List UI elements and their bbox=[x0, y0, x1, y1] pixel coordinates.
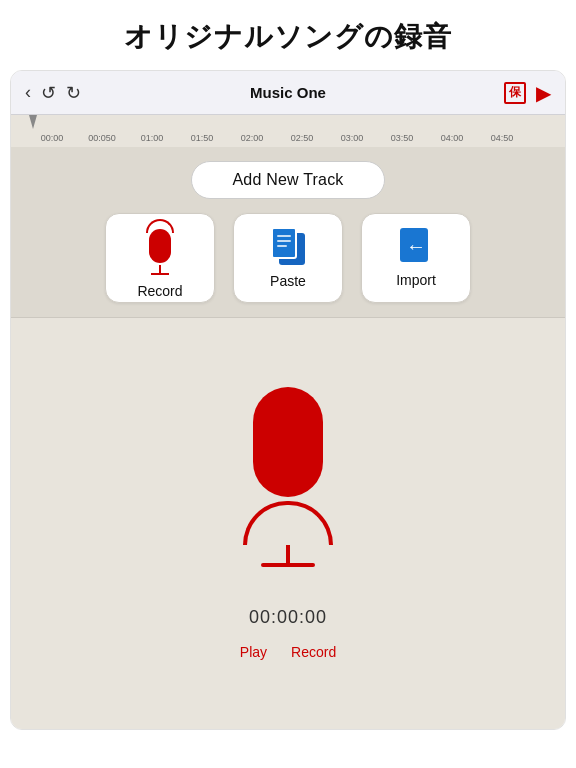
record-label: Record bbox=[137, 283, 182, 299]
play-recording-button[interactable]: Play bbox=[240, 644, 267, 660]
tick-8: 04:00 bbox=[427, 131, 477, 143]
mic-base bbox=[151, 273, 169, 275]
app-navbar: ‹ ↺ ↻ Music One 保 ▶ bbox=[11, 71, 565, 115]
add-new-track-button[interactable]: Add New Track bbox=[191, 161, 384, 199]
track-options-row: Record bbox=[105, 213, 471, 303]
large-mic-arc bbox=[243, 501, 333, 545]
large-microphone bbox=[243, 387, 333, 567]
large-mic-base bbox=[261, 563, 315, 567]
record-track-button[interactable]: Record bbox=[105, 213, 215, 303]
tick-9: 04:50 bbox=[477, 131, 527, 143]
mic-body bbox=[149, 229, 171, 263]
tick-0: 00:00 bbox=[27, 131, 77, 143]
record-recording-button[interactable]: Record bbox=[291, 644, 336, 660]
play-button[interactable]: ▶ bbox=[536, 81, 551, 105]
large-mic-body bbox=[253, 387, 323, 497]
tick-7: 03:50 bbox=[377, 131, 427, 143]
timeline-cursor-marker bbox=[29, 115, 37, 129]
bottom-controls: Play Record bbox=[240, 644, 336, 660]
timeline-area: 00:00 00:050 01:00 01:50 02:00 02:50 bbox=[11, 115, 565, 147]
recording-area: 00:00:00 Play Record bbox=[11, 318, 565, 729]
tick-4: 02:00 bbox=[227, 131, 277, 143]
nav-left: ‹ ↺ ↻ bbox=[25, 82, 81, 104]
large-mic-arc-wrap bbox=[243, 501, 333, 567]
track-area-upper: Add New Track Record bbox=[11, 147, 565, 317]
save-button[interactable]: 保 bbox=[504, 82, 526, 104]
nav-right: 保 ▶ bbox=[504, 81, 551, 105]
page-header: オリジナルソングの録音 bbox=[0, 0, 576, 70]
mic-stand bbox=[159, 265, 161, 273]
mic-icon bbox=[146, 217, 174, 275]
tick-5: 02:50 bbox=[277, 131, 327, 143]
tick-1: 00:050 bbox=[77, 131, 127, 143]
timer-display: 00:00:00 bbox=[249, 607, 327, 628]
tick-3: 01:50 bbox=[177, 131, 227, 143]
app-title: Music One bbox=[250, 84, 326, 101]
back-button[interactable]: ‹ bbox=[25, 82, 31, 103]
import-icon: ← bbox=[400, 228, 432, 264]
paste-label: Paste bbox=[270, 273, 306, 289]
large-mic-stem bbox=[286, 545, 290, 563]
undo-button[interactable]: ↺ bbox=[41, 82, 56, 104]
page-title: オリジナルソングの録音 bbox=[124, 21, 452, 52]
tick-6: 03:00 bbox=[327, 131, 377, 143]
import-label: Import bbox=[396, 272, 436, 288]
redo-button[interactable]: ↻ bbox=[66, 82, 81, 104]
tick-2: 01:00 bbox=[127, 131, 177, 143]
timeline-ticks: 00:00 00:050 01:00 01:50 02:00 02:50 bbox=[11, 131, 565, 143]
app-container: ‹ ↺ ↻ Music One 保 ▶ 00:00 00:050 bbox=[10, 70, 566, 730]
paste-icon bbox=[271, 227, 305, 265]
page-wrapper: オリジナルソングの録音 ‹ ↺ ↻ Music One 保 ▶ 00:0 bbox=[0, 0, 576, 768]
import-arrow-icon: ← bbox=[406, 236, 426, 256]
paste-track-button[interactable]: Paste bbox=[233, 213, 343, 303]
import-track-button[interactable]: ← Import bbox=[361, 213, 471, 303]
paste-doc-front bbox=[271, 227, 297, 259]
